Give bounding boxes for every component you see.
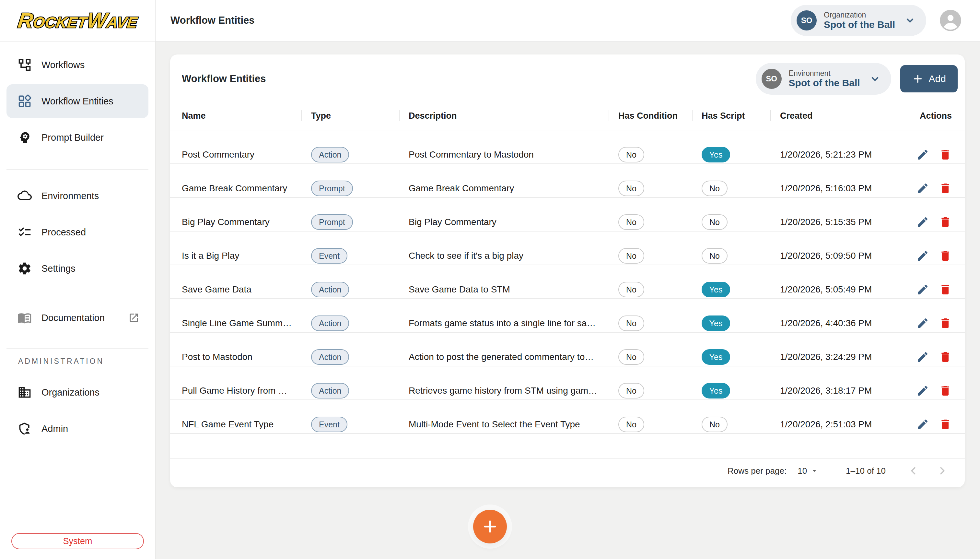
- sidebar-item-workflow-entities[interactable]: Workflow Entities: [7, 84, 148, 118]
- delete-trash-icon: [939, 216, 952, 228]
- entity-name: Is it a Big Play: [170, 251, 302, 261]
- has-condition-cell: No: [609, 180, 693, 196]
- column-header-actions: Actions: [887, 102, 965, 130]
- column-header-description[interactable]: Description: [399, 102, 609, 130]
- sidebar-item-prompt-builder[interactable]: Prompt Builder: [7, 121, 148, 154]
- column-header-created[interactable]: Created: [771, 102, 887, 130]
- sidebar-spacer: [7, 288, 148, 301]
- chevron-left-icon: [907, 465, 919, 477]
- sidebar-item-documentation[interactable]: Documentation: [7, 301, 148, 335]
- edit-button[interactable]: [916, 216, 929, 228]
- rocketwave-logo[interactable]: ROCKETWAVE: [16, 8, 139, 32]
- type-chip: Action: [311, 316, 349, 331]
- workflow-entities-card: Workflow Entities SO Environment Spot of…: [170, 55, 965, 487]
- sidebar-item-organizations[interactable]: Organizations: [7, 375, 148, 409]
- entities-table: Name Type Description Has Condition Has …: [170, 102, 965, 483]
- table-row: Single Line Game Summ…ActionFormats game…: [170, 299, 965, 333]
- entity-description: Big Play Commentary: [399, 217, 609, 227]
- system-button[interactable]: System: [12, 533, 144, 549]
- actions-cell: [887, 283, 965, 296]
- delete-button[interactable]: [939, 182, 952, 195]
- entity-name: Single Line Game Summ…: [170, 318, 302, 329]
- entity-description: Action to post the generated commentary …: [399, 352, 609, 362]
- plus-icon: [481, 518, 499, 536]
- column-header-type[interactable]: Type: [302, 102, 399, 130]
- type-chip: Event: [311, 248, 347, 264]
- edit-button[interactable]: [916, 384, 929, 397]
- sidebar-item-workflows[interactable]: Workflows: [7, 48, 148, 82]
- environment-selector[interactable]: SO Environment Spot of the Ball: [756, 63, 891, 95]
- delete-button[interactable]: [939, 384, 952, 397]
- has-script-chip: Yes: [702, 147, 730, 162]
- building-icon: [18, 385, 32, 399]
- column-header-name[interactable]: Name: [170, 102, 302, 130]
- previous-page-button[interactable]: [907, 465, 919, 477]
- edit-button[interactable]: [916, 283, 929, 296]
- external-link-icon: [128, 312, 139, 323]
- chevron-down-icon: [869, 73, 881, 84]
- sidebar-item-admin[interactable]: Admin: [7, 412, 148, 445]
- logo-text: OCKET: [32, 14, 88, 31]
- rows-per-page-select[interactable]: 10: [798, 466, 818, 476]
- edit-pencil-icon: [916, 384, 929, 397]
- has-script-chip: No: [702, 248, 728, 264]
- next-page-button[interactable]: [936, 465, 949, 477]
- edit-button[interactable]: [916, 249, 929, 262]
- entity-created: 1/20/2026, 4:40:36 PM: [771, 318, 887, 329]
- entity-created: 1/20/2026, 3:18:17 PM: [771, 385, 887, 396]
- table-row: Save Game DataActionSave Game Data to ST…: [170, 265, 965, 299]
- sidebar-item-settings[interactable]: Settings: [7, 251, 148, 285]
- person-icon: [940, 10, 961, 31]
- has-script-cell: Yes: [693, 383, 771, 399]
- sidebar: Workflows Workflow Entities Prompt Build…: [0, 41, 155, 559]
- has-script-cell: No: [693, 248, 771, 264]
- sidebar-divider: [155, 0, 155, 559]
- delete-button[interactable]: [939, 216, 952, 228]
- checklist-icon: [18, 225, 32, 239]
- entity-type-cell: Event: [302, 248, 399, 264]
- user-avatar[interactable]: [940, 10, 961, 31]
- add-button[interactable]: Add: [900, 65, 958, 93]
- entity-created: 1/20/2026, 5:05:49 PM: [771, 284, 887, 295]
- edit-button[interactable]: [916, 148, 929, 161]
- sidebar-item-label: Processed: [41, 227, 86, 238]
- column-header-has-condition[interactable]: Has Condition: [609, 102, 693, 130]
- entity-created: 1/20/2026, 3:24:29 PM: [771, 352, 887, 362]
- entity-type-cell: Prompt: [302, 180, 399, 196]
- has-condition-chip: No: [618, 383, 644, 399]
- edit-button[interactable]: [916, 418, 929, 431]
- entity-description: Post Commentary to Mastodon: [399, 149, 609, 160]
- logo-text: AVE: [106, 14, 139, 31]
- environment-label: Environment: [789, 69, 860, 78]
- organization-name: Spot of the Ball: [824, 19, 895, 30]
- delete-trash-icon: [939, 148, 952, 161]
- add-fab-button[interactable]: [473, 510, 507, 543]
- column-header-has-script[interactable]: Has Script: [693, 102, 771, 130]
- table-row: NFL Game Event TypeEventMulti-Mode Event…: [170, 400, 965, 434]
- delete-button[interactable]: [939, 418, 952, 431]
- sidebar-item-environments[interactable]: Environments: [7, 179, 148, 213]
- has-script-cell: No: [693, 417, 771, 432]
- edit-button[interactable]: [916, 182, 929, 195]
- table-header-row: Name Type Description Has Condition Has …: [170, 102, 965, 131]
- table-row: Is it a Big PlayEventCheck to see if it'…: [170, 232, 965, 265]
- delete-button[interactable]: [939, 249, 952, 262]
- has-condition-chip: No: [618, 417, 644, 432]
- edit-button[interactable]: [916, 351, 929, 364]
- delete-button[interactable]: [939, 148, 952, 161]
- actions-cell: [887, 182, 965, 195]
- sidebar-item-label: Workflow Entities: [41, 96, 114, 107]
- sidebar-item-processed[interactable]: Processed: [7, 215, 148, 249]
- has-script-cell: Yes: [693, 316, 771, 331]
- delete-button[interactable]: [939, 283, 952, 296]
- has-condition-cell: No: [609, 147, 693, 162]
- entity-description: Save Game Data to STM: [399, 284, 609, 295]
- edit-button[interactable]: [916, 317, 929, 330]
- delete-button[interactable]: [939, 351, 952, 364]
- has-condition-cell: No: [609, 248, 693, 264]
- table-row: Post CommentaryActionPost Commentary to …: [170, 131, 965, 164]
- entity-created: 1/20/2026, 2:51:03 PM: [771, 419, 887, 430]
- delete-button[interactable]: [939, 317, 952, 330]
- organization-selector[interactable]: SO Organization Spot of the Ball: [791, 5, 926, 36]
- edit-pencil-icon: [916, 283, 929, 296]
